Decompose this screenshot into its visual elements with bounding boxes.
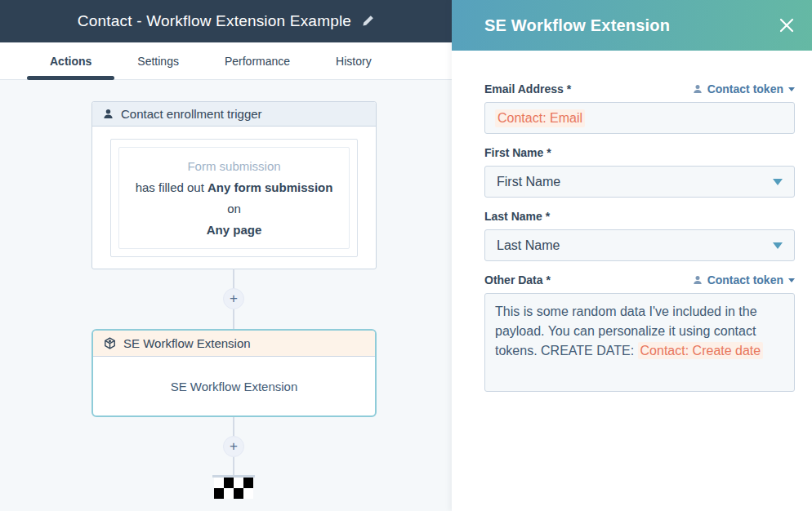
tab-actions[interactable]: Actions bbox=[27, 42, 114, 79]
panel-title: SE Workflow Extension bbox=[484, 16, 670, 35]
workflow-title: Contact - Workflow Extension Example bbox=[78, 12, 351, 30]
other-data-textarea[interactable]: This is some random data I've included i… bbox=[484, 293, 795, 392]
workflow-tabs: Actions Settings Performance History bbox=[0, 42, 452, 80]
last-name-select-value: Last Name bbox=[497, 238, 560, 253]
email-address-label: Email Address * bbox=[484, 82, 571, 96]
first-name-select[interactable]: First Name bbox=[484, 166, 795, 198]
other-data-contact-token-link[interactable]: Contact token bbox=[693, 273, 795, 287]
last-name-label: Last Name * bbox=[484, 210, 550, 223]
action-card-se-workflow-extension[interactable]: SE Workflow Extension SE Workflow Extens… bbox=[91, 329, 377, 417]
field-email-address: Email Address * Contact token Contact: E… bbox=[484, 82, 795, 134]
contact-person-icon bbox=[693, 275, 703, 285]
add-action-button[interactable]: + bbox=[223, 436, 244, 457]
chevron-down-icon bbox=[773, 242, 783, 249]
first-name-label: First Name * bbox=[484, 146, 551, 159]
criteria-line1: has filled out Any form submission on bbox=[129, 177, 339, 220]
panel-header: SE Workflow Extension bbox=[452, 0, 812, 51]
tab-history[interactable]: History bbox=[313, 42, 395, 79]
email-address-input[interactable]: Contact: Email bbox=[484, 102, 795, 134]
action-card-body: SE Workflow Extension bbox=[93, 357, 375, 415]
chevron-down-icon bbox=[788, 87, 795, 91]
tab-settings[interactable]: Settings bbox=[114, 42, 202, 79]
tab-performance[interactable]: Performance bbox=[202, 42, 313, 79]
checkered-flag-icon bbox=[214, 478, 253, 499]
add-action-button[interactable]: + bbox=[223, 288, 244, 309]
action-settings-panel: SE Workflow Extension Email Address * Co… bbox=[452, 0, 812, 511]
workflow-canvas: Contact enrollment trigger Form submissi… bbox=[0, 80, 452, 511]
field-first-name: First Name * First Name bbox=[484, 145, 795, 198]
panel-body: Email Address * Contact token Contact: E… bbox=[452, 51, 812, 392]
other-data-label: Other Data * bbox=[484, 273, 551, 287]
chevron-down-icon bbox=[773, 179, 783, 185]
contact-person-icon bbox=[693, 84, 703, 94]
other-data-token-value: Contact: Create date bbox=[638, 342, 764, 359]
email-token-value: Contact: Email bbox=[495, 109, 585, 127]
chevron-down-icon bbox=[788, 278, 795, 282]
workflow-title-bar: Contact - Workflow Extension Example bbox=[0, 0, 452, 42]
field-other-data: Other Data * Contact token This is some … bbox=[484, 273, 795, 392]
contact-person-icon bbox=[103, 109, 114, 119]
last-name-select[interactable]: Last Name bbox=[484, 229, 795, 261]
criteria-line2: Any page bbox=[129, 220, 339, 241]
criteria-type: Form submission bbox=[129, 156, 339, 177]
extension-cube-icon bbox=[104, 337, 116, 349]
close-icon[interactable] bbox=[779, 18, 794, 33]
email-contact-token-link[interactable]: Contact token bbox=[693, 82, 795, 96]
trigger-card-header: Contact enrollment trigger bbox=[92, 102, 376, 127]
trigger-criteria: Form submission has filled out Any form … bbox=[118, 147, 350, 249]
field-last-name: Last Name * Last Name bbox=[484, 209, 795, 261]
trigger-card-body: Form submission has filled out Any form … bbox=[92, 127, 376, 269]
trigger-criteria-box: Form submission has filled out Any form … bbox=[110, 139, 358, 257]
enrollment-trigger-card[interactable]: Contact enrollment trigger Form submissi… bbox=[91, 101, 377, 269]
first-name-select-value: First Name bbox=[497, 175, 560, 189]
workflow-editor: Contact - Workflow Extension Example Act… bbox=[0, 0, 812, 511]
pencil-icon[interactable] bbox=[361, 15, 374, 28]
workspace: Contact - Workflow Extension Example Act… bbox=[0, 0, 452, 511]
action-card-header: SE Workflow Extension bbox=[93, 331, 375, 357]
